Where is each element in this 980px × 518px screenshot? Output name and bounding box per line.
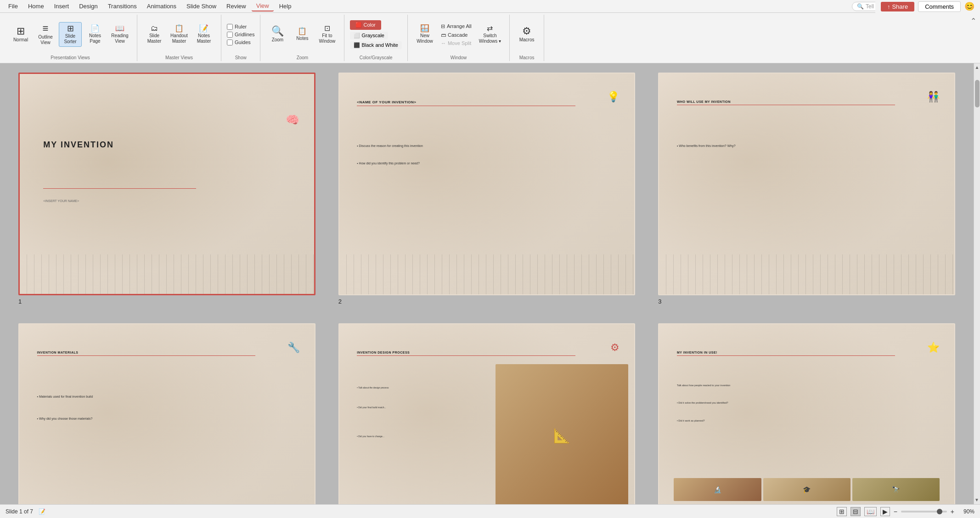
slide-thumb-5[interactable]: INVENTION DESIGN PROCESS 📐 • Talk about … xyxy=(338,323,636,504)
status-slide-sorter-icon[interactable]: ⊟ xyxy=(850,507,861,516)
slide-6-bg: MY INVENTION IN USE! Talk about how peop… xyxy=(659,324,954,504)
normal-view-icon: ⊞ xyxy=(17,26,25,36)
ruler-checkbox[interactable]: Ruler xyxy=(227,23,247,30)
notes-button[interactable]: 📋 Notes xyxy=(291,26,314,43)
slide-3-icon: 👫 xyxy=(927,91,940,103)
menu-file[interactable]: File xyxy=(4,1,23,11)
slide-thumb-2[interactable]: <NAME OF YOUR INVENTION> • Discuss the r… xyxy=(338,73,636,295)
color-button[interactable]: 🟥 Color xyxy=(350,20,381,30)
zoom-icon: 🔍 xyxy=(271,26,284,36)
share-button[interactable]: ↑ Share xyxy=(881,2,914,11)
menu-design[interactable]: Design xyxy=(74,1,102,11)
status-slide-show-icon[interactable]: ▶ xyxy=(880,507,890,516)
menu-slideshow[interactable]: Slide Show xyxy=(182,1,221,11)
menu-animations[interactable]: Animations xyxy=(142,1,181,11)
slide-number-1: 1 xyxy=(18,298,22,305)
guides-checkbox[interactable]: Guides xyxy=(227,39,251,46)
menu-review[interactable]: Review xyxy=(222,1,251,11)
zoom-level[interactable]: 90% xyxy=(958,508,974,515)
slide-4-bg: INVENTION MATERIALS • Materials used for… xyxy=(19,324,315,504)
zoom-slider[interactable] xyxy=(901,511,947,512)
slide-4-heading: INVENTION MATERIALS xyxy=(37,351,256,356)
zoom-label: Zoom xyxy=(266,54,338,61)
color-label: Color/Grayscale xyxy=(350,54,402,61)
ribbon-group-color: 🟥 Color ⬜ Grayscale ⬛ Black and White Co… xyxy=(344,15,408,61)
comments-button[interactable]: Comments xyxy=(918,1,961,12)
emoji-icon: 😊 xyxy=(964,1,974,11)
ribbon-expand[interactable]: ⌃ xyxy=(970,15,976,61)
slide-1-redline xyxy=(43,188,196,189)
slide-thumb-4[interactable]: INVENTION MATERIALS • Materials used for… xyxy=(18,323,315,504)
status-bar: Slide 1 of 7 📝 ⊞ ⊟ 📖 ▶ − + 90% xyxy=(0,504,980,518)
menu-transitions[interactable]: Transitions xyxy=(103,1,141,11)
slide-thumb-1[interactable]: MY INVENTION <INSERT YOUR NAME> 🧠 xyxy=(18,73,315,295)
macros-button[interactable]: ⚙ Macros xyxy=(515,24,538,45)
notes-page-button[interactable]: 📄 NotesPage xyxy=(84,23,107,46)
slide-2-bullet2: • How did you identify this problem or n… xyxy=(357,162,617,165)
menu-view[interactable]: View xyxy=(252,1,274,11)
slide-1-floor xyxy=(20,254,314,294)
macros-icon: ⚙ xyxy=(522,26,531,36)
slide-master-button[interactable]: 🗂 SlideMaster xyxy=(143,23,166,46)
ribbon-expand-icon[interactable]: ⌃ xyxy=(970,17,976,25)
zoom-buttons: 🔍 Zoom 📋 Notes ⊡ Fit toWindow xyxy=(266,15,338,54)
reading-view-button[interactable]: 📖 ReadingView xyxy=(108,23,131,46)
move-split-button[interactable]: ↔ Move Split xyxy=(438,39,474,47)
share-icon: ↑ xyxy=(887,3,890,10)
fit-to-window-icon: ⊡ xyxy=(324,25,330,32)
arrange-all-button[interactable]: ⊟ Arrange All xyxy=(438,23,474,30)
normal-view-button[interactable]: ⊞ Normal xyxy=(9,24,32,45)
notes-toggle-icon[interactable]: 📝 xyxy=(39,508,45,515)
status-normal-view-icon[interactable]: ⊞ xyxy=(837,507,847,516)
guides-input[interactable] xyxy=(227,39,233,45)
zoom-plus-button[interactable]: + xyxy=(951,508,954,515)
notes-master-icon: 📝 xyxy=(199,25,208,32)
scroll-up-button[interactable]: ▲ xyxy=(974,63,980,71)
zoom-minus-button[interactable]: − xyxy=(894,508,897,515)
slide-thumb-3[interactable]: WHO WILL USE MY INVENTION • Who benefits… xyxy=(658,73,955,295)
new-window-button[interactable]: 🪟 NewWindow xyxy=(413,23,436,46)
slide-6-bullet1: Talk about how people reacted to your in… xyxy=(677,384,937,387)
slide-2-bg: <NAME OF YOUR INVENTION> • Discuss the r… xyxy=(339,73,635,294)
slide-3-heading: WHO WILL USE MY INVENTION xyxy=(677,100,896,105)
ribbon: ⊞ Normal ≡ OutlineView ⊞ SlideSorter 📄 N… xyxy=(0,13,980,63)
grayscale-button[interactable]: ⬜ Grayscale xyxy=(350,32,388,39)
menu-help[interactable]: Help xyxy=(275,1,296,11)
ribbon-group-presentation-views: ⊞ Normal ≡ OutlineView ⊞ SlideSorter 📄 N… xyxy=(4,15,137,61)
switch-windows-button[interactable]: ⇄ SwitchWindows ▾ xyxy=(476,23,504,46)
move-split-icon: ↔ xyxy=(441,40,446,46)
zoom-button[interactable]: 🔍 Zoom xyxy=(266,24,289,45)
menu-home[interactable]: Home xyxy=(23,1,49,11)
slide-sorter-button[interactable]: ⊞ SlideSorter xyxy=(59,22,82,47)
fit-to-window-button[interactable]: ⊡ Fit toWindow xyxy=(315,23,338,46)
black-white-button[interactable]: ⬛ Black and White xyxy=(350,41,402,49)
cascade-button[interactable]: 🗃 Cascade xyxy=(438,31,474,39)
topbar-right: ↑ Share Comments 😊 xyxy=(875,0,980,13)
window-buttons: 🪟 NewWindow ⊟ Arrange All 🗃 Cascade ↔ Mo… xyxy=(413,15,504,54)
ruler-input[interactable] xyxy=(227,24,233,30)
switch-windows-icon: ⇄ xyxy=(487,25,493,32)
gridlines-input[interactable] xyxy=(227,32,233,38)
status-reading-view-icon[interactable]: 📖 xyxy=(864,507,877,516)
gridlines-checkbox[interactable]: Gridlines xyxy=(227,31,254,38)
scrollbar-thumb[interactable] xyxy=(975,80,980,107)
scroll-down-button[interactable]: ▼ xyxy=(974,496,980,503)
slide-2-floor xyxy=(339,254,635,294)
slide-6-img2: 🎓 xyxy=(763,478,850,501)
slide-2-heading: <NAME OF YOUR INVENTION> xyxy=(357,100,575,106)
show-label: Show xyxy=(227,54,254,61)
outline-view-button[interactable]: ≡ OutlineView xyxy=(34,22,57,47)
slide-4-bullet1: • Materials used for final invention bui… xyxy=(37,395,297,398)
ribbon-group-show: Ruler Gridlines Guides Show xyxy=(221,15,260,61)
handout-master-button[interactable]: 📋 HandoutMaster xyxy=(168,23,191,46)
master-views-label: Master Views xyxy=(143,54,215,61)
scrollbar-right[interactable]: ▲ ▼ xyxy=(974,63,980,504)
slide-container-5: INVENTION DESIGN PROCESS 📐 • Talk about … xyxy=(338,323,636,504)
notes-master-button[interactable]: 📝 NotesMaster xyxy=(192,23,215,46)
main-content: MY INVENTION <INSERT YOUR NAME> 🧠 1 <NAM… xyxy=(0,63,980,504)
slide-thumb-6[interactable]: MY INVENTION IN USE! Talk about how peop… xyxy=(658,323,955,504)
menu-insert[interactable]: Insert xyxy=(50,1,74,11)
window-small-buttons: ⊟ Arrange All 🗃 Cascade ↔ Move Split xyxy=(438,23,474,47)
macros-label: Macros xyxy=(515,54,538,61)
slide-master-icon: 🗂 xyxy=(151,25,158,32)
